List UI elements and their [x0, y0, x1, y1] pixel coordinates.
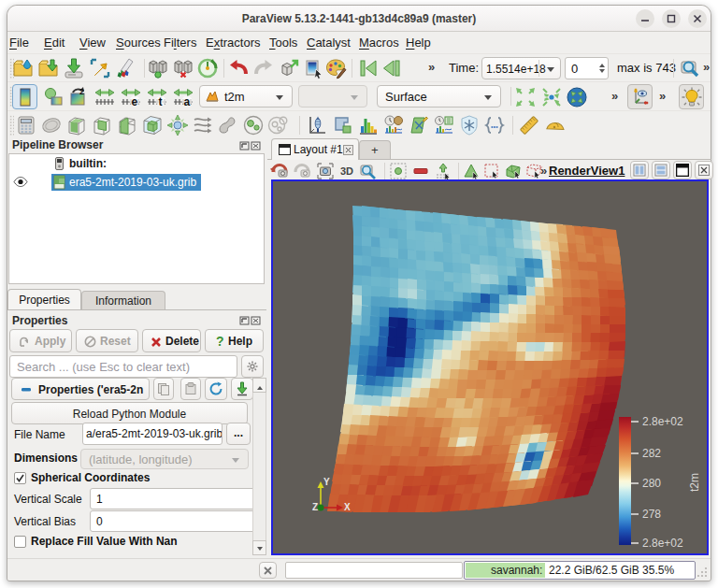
svg-text:280: 280	[642, 477, 661, 490]
svg-text:e: e	[132, 95, 138, 108]
svg-text:278: 278	[642, 508, 661, 521]
svg-text:2.8e+02: 2.8e+02	[642, 537, 683, 550]
svg-text:X: X	[344, 502, 351, 512]
svg-text:2.8e+02: 2.8e+02	[642, 415, 683, 428]
svg-text:t2m: t2m	[688, 473, 701, 492]
svg-text:Z: Z	[312, 502, 318, 512]
svg-text:2: 2	[79, 87, 84, 96]
svg-text:t: t	[159, 95, 163, 108]
svg-text:Y: Y	[323, 477, 330, 487]
svg-text:282: 282	[642, 447, 661, 460]
svg-text:a: a	[184, 95, 191, 108]
